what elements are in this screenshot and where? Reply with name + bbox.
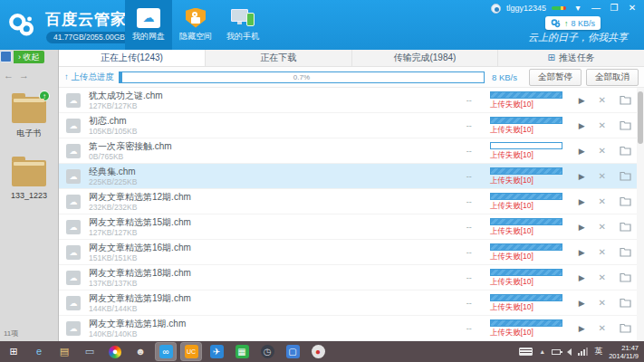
open-folder-button[interactable]	[620, 270, 631, 286]
start-button[interactable]: ⊞	[4, 343, 24, 360]
storage-usage-badge: 41.77GB/2055.00GB	[46, 32, 132, 43]
network-signal-icon[interactable]	[578, 348, 588, 356]
transfer-row[interactable]: ☁ 犹太成功之谜.chm 127KB/127KB -- 上传失败[10] ▶ ✕	[59, 88, 644, 113]
touch-keyboard-icon[interactable]	[519, 348, 533, 356]
transfer-row[interactable]: ☁ 第一次亲密接触.chm 0B/765KB -- 上传失败[10] ▶ ✕	[59, 138, 644, 164]
display-app[interactable]: ▭	[80, 343, 100, 360]
restore-button[interactable]: ❐	[608, 3, 620, 14]
scrollbar-thumb[interactable]	[638, 91, 643, 144]
transfer-row[interactable]: ☁ 网友文章精选第19期.chm 144KB/144KB -- 上传失败[10]…	[59, 291, 644, 316]
row-actions: ▶ ✕	[579, 295, 631, 311]
file-size: 232KB/232KB	[89, 203, 466, 212]
open-folder-button[interactable]	[620, 219, 631, 235]
forward-arrow-icon[interactable]: →	[19, 70, 34, 81]
uc-browser[interactable]: UC	[181, 343, 201, 360]
username[interactable]: tlggy12345	[506, 4, 546, 13]
folder-icon	[620, 171, 631, 181]
menu-dropdown-button[interactable]: ▾	[572, 3, 584, 14]
transfer-row[interactable]: ☁ 网友文章精选第15期.chm 127KB/127KB -- 上传失败[10]…	[59, 214, 644, 240]
pause-all-button[interactable]: 全部暂停	[529, 69, 582, 86]
open-folder-button[interactable]	[620, 244, 631, 261]
bird-app[interactable]: ✈	[207, 343, 226, 360]
collapse-button[interactable]: › 收起	[14, 51, 44, 63]
show-hidden-icons-chevron[interactable]: ▲	[539, 348, 545, 355]
retry-upload-button[interactable]: ▶	[579, 223, 585, 232]
remove-task-button[interactable]: ✕	[599, 222, 606, 232]
user-avatar[interactable]	[491, 4, 501, 14]
gray-red-app[interactable]: ●	[308, 343, 328, 360]
remove-task-button[interactable]: ✕	[599, 120, 606, 130]
nav-item-my-drive[interactable]: ☁ 我的网盘	[125, 0, 172, 50]
folder-label[interactable]: 电子书	[0, 128, 58, 139]
file-explorer[interactable]: ▤	[54, 343, 74, 360]
scrollbar[interactable]: ▲	[637, 88, 644, 341]
row-progress-bar	[490, 193, 562, 200]
nav-item-hidden-space[interactable]: 隐藏空间	[172, 0, 219, 50]
taskbar-clock[interactable]: 21:47 2014/11/9	[609, 344, 640, 360]
open-folder-button[interactable]	[620, 194, 631, 210]
mini-window-icon[interactable]	[0, 51, 12, 62]
tab-label: 正在下载	[260, 52, 296, 64]
cancel-all-button[interactable]: 全部取消	[586, 69, 639, 86]
row-progress: 上传失败[10]	[490, 142, 566, 159]
retry-upload-button[interactable]: ▶	[579, 96, 585, 105]
minimize-button[interactable]: —	[590, 3, 602, 14]
transfer-row[interactable]: ☁ 经典集.chm 225KB/225KB -- 上传失败[10] ▶ ✕	[59, 164, 644, 189]
speaker-icon[interactable]	[567, 348, 572, 356]
remove-task-button[interactable]: ✕	[599, 196, 606, 206]
close-button[interactable]: ✕	[626, 3, 639, 14]
retry-upload-button[interactable]: ▶	[579, 172, 585, 181]
media-pinwheel[interactable]: ●	[105, 343, 125, 360]
transfer-row[interactable]: ☁ 初恋.chm 105KB/105KB -- 上传失败[10] ▶ ✕	[59, 113, 644, 138]
retry-upload-button[interactable]: ▶	[579, 248, 585, 257]
folder-icon	[620, 222, 631, 232]
explorer-nav-arrows[interactable]: ←→	[4, 70, 34, 81]
language-indicator[interactable]: 英	[594, 346, 602, 357]
user-row: tlggy12345 ▾ — ❐ ✕	[491, 3, 639, 14]
clock-app[interactable]: ◷	[257, 343, 277, 360]
retry-upload-button[interactable]: ▶	[579, 121, 585, 130]
baidu-cloud-app[interactable]: ∞	[156, 343, 176, 360]
tab[interactable]: ⊞ 传输完成(1984)	[352, 50, 499, 66]
open-folder-button[interactable]	[620, 320, 631, 337]
open-folder-button[interactable]	[620, 92, 631, 109]
remove-task-button[interactable]: ✕	[599, 323, 606, 333]
remove-task-button[interactable]: ✕	[599, 95, 606, 105]
ie-browser[interactable]: e	[29, 343, 49, 360]
tab[interactable]: ⊞ 正在上传(1243)	[59, 50, 206, 66]
remove-task-button[interactable]: ✕	[599, 247, 606, 257]
contacts-app[interactable]: ☻	[130, 343, 150, 360]
remove-task-button[interactable]: ✕	[599, 298, 606, 308]
retry-upload-button[interactable]: ▶	[579, 273, 585, 282]
remove-task-button[interactable]: ✕	[599, 272, 606, 282]
transfer-row[interactable]: ☁ 网友文章精选第1期.chm 140KB/140KB -- 上传失败[10] …	[59, 316, 644, 341]
folder-icon-133-1223[interactable]	[12, 160, 46, 186]
folder-icon-ebooks[interactable]: ↑	[12, 97, 46, 123]
open-folder-button[interactable]	[620, 118, 631, 134]
transfer-row[interactable]: ☁ 网友文章精选第12期.chm 232KB/232KB -- 上传失败[10]…	[59, 189, 644, 214]
retry-upload-button[interactable]: ▶	[579, 324, 585, 333]
tab[interactable]: ⊞ 正在下载	[206, 50, 352, 66]
transfer-row[interactable]: ☁ 网友文章精选第18期.chm 137KB/137KB -- 上传失败[10]…	[59, 265, 644, 291]
tab[interactable]: ⊞ 推送任务	[498, 50, 644, 66]
retry-upload-button[interactable]: ▶	[579, 299, 585, 308]
open-folder-button[interactable]	[620, 143, 631, 159]
open-folder-button[interactable]	[620, 295, 631, 311]
nav-label: 我的手机	[226, 31, 259, 43]
file-name: 犹太成功之谜.chm	[89, 90, 466, 101]
blue-window-app[interactable]: ▢	[283, 343, 303, 360]
row-speed: --	[466, 273, 490, 282]
battery-icon[interactable]	[552, 349, 561, 355]
remove-task-button[interactable]: ✕	[599, 146, 606, 156]
green-app[interactable]: ▦	[232, 343, 252, 360]
row-progress: 上传失败[10]	[490, 91, 566, 109]
transfer-row[interactable]: ☁ 网友文章精选第16期.chm 151KB/151KB -- 上传失败[10]…	[59, 240, 644, 265]
retry-upload-button[interactable]: ▶	[579, 197, 585, 206]
retry-upload-button[interactable]: ▶	[579, 147, 585, 156]
app-header: 百度云管家 41.77GB/2055.00GB ☁ 我的网盘 隐藏空间 我的手机…	[0, 0, 644, 50]
folder-label[interactable]: 133_1223	[0, 191, 58, 200]
back-arrow-icon[interactable]: ←	[4, 70, 19, 81]
remove-task-button[interactable]: ✕	[599, 171, 606, 181]
open-folder-button[interactable]	[620, 168, 631, 185]
nav-item-my-devices[interactable]: 我的手机	[219, 0, 266, 50]
